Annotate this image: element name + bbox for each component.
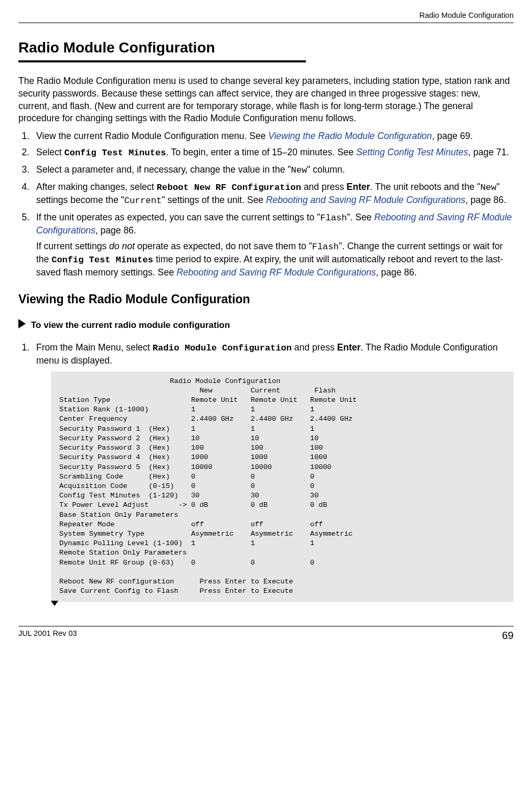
step-4-mid2: . The unit reboots and the ": [370, 182, 480, 192]
title-rule: [18, 60, 306, 62]
view-steps: From the Main Menu, select Radio Module …: [18, 342, 514, 606]
step-1-post: , page 69.: [432, 131, 473, 141]
key-enter: Enter: [347, 182, 370, 192]
code-flash-2: Flash: [312, 242, 339, 252]
page-title: Radio Module Configuration: [18, 38, 514, 58]
link-rebooting-saving-3[interactable]: Rebooting and Saving RF Module Configura…: [176, 267, 376, 278]
footer-page-number: 69: [502, 629, 514, 643]
procedure-heading: To view the current radio module configu…: [18, 319, 514, 332]
step-4-mid1: and press: [301, 182, 347, 192]
step-5-p2-pre: If current settings: [36, 241, 109, 251]
step-5-p2-mid1: operate as expected, do not save them to…: [135, 241, 312, 251]
link-setting-ctm[interactable]: Setting Config Test Minutes: [356, 147, 468, 157]
vs1-pre: From the Main Menu, select: [36, 342, 153, 353]
step-3-pre: Select a parameter and, if necessary, ch…: [36, 164, 291, 175]
step-3-post: " column.: [307, 164, 345, 175]
header-section-text: Radio Module Configuration: [419, 11, 514, 19]
view-step-1: From the Main Menu, select Radio Module …: [32, 342, 514, 606]
step-5-p2-post: , page 86.: [376, 267, 417, 278]
section-viewing-title: Viewing the Radio Module Configuration: [18, 291, 514, 307]
step-2-pre: Select: [36, 147, 65, 157]
code-current: Current: [124, 196, 162, 206]
link-viewing-rmc[interactable]: Viewing the Radio Module Configuration: [268, 131, 432, 141]
code-new: New: [291, 165, 307, 175]
arrow-right-icon: [18, 319, 27, 332]
svg-marker-0: [18, 319, 26, 328]
page-footer: JUL 2001 Rev 03 69: [18, 626, 514, 643]
footer-revision: JUL 2001 Rev 03: [18, 629, 77, 643]
link-rebooting-saving-1[interactable]: Rebooting and Saving RF Module Configura…: [266, 195, 465, 205]
cmd-radio-module-configuration: Radio Module Configuration: [153, 343, 292, 353]
cmd-reboot-new-rf: Reboot New RF Configuration: [157, 183, 301, 193]
intro-paragraph: The Radio Module Configuration menu is u…: [18, 75, 514, 125]
step-5-p1-mid: ". See: [347, 212, 374, 222]
continuation-arrow-icon: [51, 601, 58, 606]
step-1: View the current Radio Module Configurat…: [32, 130, 514, 143]
key-enter-2: Enter: [337, 342, 361, 353]
code-new-2: New: [481, 183, 497, 193]
step-4: After making changes, select Reboot New …: [32, 181, 514, 207]
cmd-config-test-minutes: Config Test Minutes: [65, 148, 166, 158]
step-5: If the unit operates as expected, you ca…: [32, 211, 514, 279]
cmd-config-test-minutes-2: Config Test Minutes: [51, 255, 153, 265]
em-do-not: do not: [109, 241, 135, 251]
procedure-heading-text: To view the current radio module configu…: [31, 320, 230, 332]
step-4-mid4: " settings of the unit. See: [162, 195, 266, 205]
step-4-post: , page 86.: [465, 195, 506, 205]
step-5-p1-post: , page 86.: [95, 225, 136, 236]
step-1-text: View the current Radio Module Configurat…: [36, 131, 268, 141]
step-4-pre: After making changes, select: [36, 182, 157, 192]
step-2-post: , page 71.: [468, 147, 509, 157]
step-2-mid: . To begin, enter a time of 15–20 minute…: [166, 147, 356, 157]
page-header: Radio Module Configuration: [18, 10, 514, 23]
code-flash-1: Flash: [320, 213, 347, 223]
procedure-steps: View the current Radio Module Configurat…: [18, 130, 514, 279]
vs1-mid: and press: [292, 342, 337, 353]
step-5-p1-pre: If the unit operates as expected, you ca…: [36, 212, 320, 222]
step-2: Select Config Test Minutes. To begin, en…: [32, 146, 514, 159]
terminal-output: Radio Module Configuration New Current F…: [51, 371, 514, 602]
step-3: Select a parameter and, if necessary, ch…: [32, 164, 514, 177]
